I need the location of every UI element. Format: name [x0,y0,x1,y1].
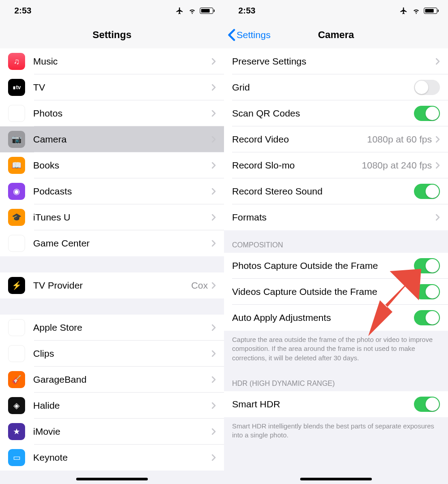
camera-row-stereo[interactable]: Record Stereo Sound [224,178,448,204]
battery-icon [424,8,437,14]
chevron-right-icon [211,136,216,143]
row-label: TV [33,82,211,93]
itunesu-icon: 🎓 [8,209,25,226]
settings-row-keynote[interactable]: ▭Keynote [0,445,224,471]
row-label: iTunes U [33,212,211,223]
row-label: Camera [33,134,211,145]
camera-row-autoadjust[interactable]: Auto Apply Adjustments [224,305,448,331]
camera-row-preserve[interactable]: Preserve Settings [224,48,448,74]
chevron-right-icon [211,240,216,247]
back-label: Settings [237,30,271,40]
camera-icon: 📷 [8,131,25,148]
airplane-mode-icon [399,7,409,15]
row-label: Photos Capture Outside the Frame [232,260,414,271]
settings-list: ♫Music∎tvTV✿Photos📷Camera📖Books◉Podcasts… [0,48,224,471]
status-icons [399,7,437,15]
settings-row-photos[interactable]: ✿Photos [0,100,224,126]
wifi-icon [187,7,197,15]
row-label: Record Slo-mo [232,160,362,171]
settings-row-tv[interactable]: ∎tvTV [0,74,224,100]
chevron-right-icon [211,402,216,409]
row-label: Preserve Settings [232,56,435,67]
camera-row-smarthdr[interactable]: Smart HDR [224,391,448,417]
status-time: 2:53 [14,6,31,16]
smarthdr-toggle[interactable] [414,397,440,412]
chevron-right-icon [435,58,440,65]
status-icons [175,7,213,15]
back-button[interactable]: Settings [228,29,271,41]
chevron-right-icon [211,454,216,461]
settings-row-halide[interactable]: ◈Halide [0,393,224,419]
settings-row-itunesu[interactable]: 🎓iTunes U [0,204,224,230]
settings-row-imovie[interactable]: ★iMovie [0,419,224,445]
camera-row-recvideo[interactable]: Record Video1080p at 60 fps [224,126,448,152]
row-value: Cox [191,280,208,291]
settings-row-garageband[interactable]: 🎸GarageBand [0,367,224,393]
row-label: Grid [232,82,414,93]
row-label: Auto Apply Adjustments [232,312,414,323]
stereo-toggle[interactable] [414,184,440,199]
row-label: Formats [232,212,435,223]
garageband-icon: 🎸 [8,371,25,388]
chevron-right-icon [211,110,216,117]
camera-row-formats[interactable]: Formats [224,204,448,230]
settings-row-music[interactable]: ♫Music [0,48,224,74]
row-label: Books [33,160,211,171]
status-bar: 2:53 [0,0,224,22]
section-footer: Capture the area outside the frame of th… [224,331,448,369]
row-label: TV Provider [33,280,191,291]
halide-icon: ◈ [8,397,25,414]
row-value: 1080p at 60 fps [367,134,432,145]
chevron-right-icon [211,428,216,435]
chevron-right-icon [211,350,216,357]
settings-row-applestore[interactable]: Apple Store [0,315,224,341]
chevron-right-icon [211,58,216,65]
settings-screen: 2:53 Settings ♫Music∎tvTV✿Photos📷Camera📖… [0,0,224,484]
keynote-icon: ▭ [8,449,25,466]
camera-row-photosoutside[interactable]: Photos Capture Outside the Frame [224,253,448,279]
chevron-right-icon [435,214,440,221]
wifi-icon [411,7,421,15]
row-label: Record Stereo Sound [232,186,414,197]
home-indicator[interactable] [300,478,372,480]
section-footer: Smart HDR intelligently blends the best … [224,417,448,446]
row-label: Apple Store [33,322,211,333]
books-icon: 📖 [8,157,25,174]
nav-header: Settings Camera [224,22,448,48]
podcasts-icon: ◉ [8,183,25,200]
settings-row-gamecenter[interactable]: ●Game Center [0,230,224,256]
row-label: Photos [33,108,211,119]
music-icon: ♫ [8,53,25,70]
photos-icon: ✿ [8,105,25,122]
scanqr-toggle[interactable] [414,106,440,121]
camera-row-scanqr[interactable]: Scan QR Codes [224,100,448,126]
camera-row-grid[interactable]: Grid [224,74,448,100]
home-indicator[interactable] [76,478,148,480]
settings-row-clips[interactable]: ◯Clips [0,341,224,367]
settings-row-books[interactable]: 📖Books [0,152,224,178]
chevron-right-icon [211,376,216,383]
autoadjust-toggle[interactable] [414,310,440,325]
tvprovider-icon: ⚡ [8,277,25,294]
row-label: Scan QR Codes [232,108,414,119]
settings-row-podcasts[interactable]: ◉Podcasts [0,178,224,204]
camera-settings-list: Preserve SettingsGridScan QR CodesRecord… [224,48,448,446]
section-header: HDR (HIGH DYNAMIC RANGE) [224,369,448,391]
camera-settings-screen: 2:53 Settings Camera Preserve SettingsGr… [224,0,448,484]
grid-toggle[interactable] [414,80,440,95]
videosoutside-toggle[interactable] [414,284,440,299]
row-label: Videos Capture Outside the Frame [232,286,414,297]
photosoutside-toggle[interactable] [414,258,440,273]
row-value: 1080p at 240 fps [362,160,432,171]
camera-row-recslomo[interactable]: Record Slo-mo1080p at 240 fps [224,152,448,178]
row-label: Podcasts [33,186,211,197]
chevron-right-icon [435,162,440,169]
status-time: 2:53 [238,6,255,16]
row-label: Keynote [33,452,211,463]
tv-icon: ∎tv [8,79,25,96]
row-label: Game Center [33,238,211,249]
camera-row-videosoutside[interactable]: Videos Capture Outside the Frame [224,279,448,305]
nav-header: Settings [0,22,224,48]
settings-row-tvprovider[interactable]: ⚡TV ProviderCox [0,272,224,298]
settings-row-camera[interactable]: 📷Camera [0,126,224,152]
